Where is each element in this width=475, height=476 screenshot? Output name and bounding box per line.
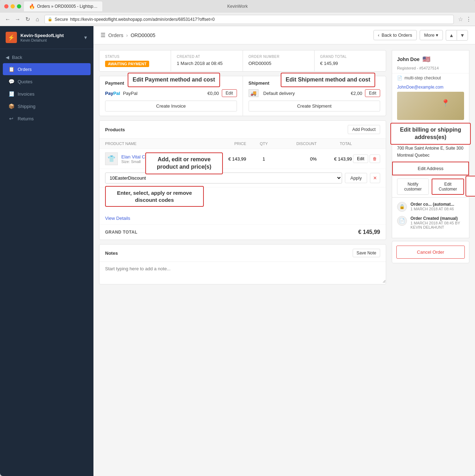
timeline-section: 🔒 Order co... (automat... 1 MARCH 2018 A… [392,197,469,238]
brand-chevron-icon[interactable]: ▼ [83,35,88,40]
timeline-auto-icon: 🔒 [397,202,407,212]
payment-title: Payment [105,80,237,86]
customer-id: Registered - #54727514 [392,66,469,73]
shipment-amount: €2,00 [351,91,363,96]
invoices-label: Invoices [18,91,35,97]
back-nav-button[interactable]: ← [4,15,12,24]
minimize-button[interactable] [11,4,15,8]
edit-customer-button[interactable]: Edit Customer [432,179,464,195]
browser-tab[interactable]: 🔥 Orders » ORD00005 - Lightsp… [24,1,102,11]
maximize-button[interactable] [17,4,21,8]
checkout-type-label: multi-step checkout [404,76,441,80]
sidebar-item-quotes[interactable]: 💬 Quotes [3,76,91,88]
back-arrow-icon: ◀ [6,55,9,60]
product-thumbnail: 👕 [105,152,118,165]
order-number-label: ORDER NUMBER [249,55,309,59]
timeline-time-1: 1 MARCH 2018 AT 08:46 [410,207,454,211]
delivery-icon: 🚚 [249,89,258,97]
notify-customer-button[interactable]: Notify customer [397,179,429,195]
titlebar: 🔥 Orders » ORD00005 - Lightsp… KevinWork [0,0,475,13]
cancel-order-button[interactable]: Cancel Order [396,246,465,259]
grand-total-status-value: € 145,99 [320,61,380,66]
more-button[interactable]: More ▾ [420,30,443,40]
product-delete-button[interactable]: 🗑 [370,155,380,163]
page-content: STATUS AWAITING PAYMENT CREATED AT 1 Mar… [93,44,475,290]
timeline-title-2: Order Created (manual) [410,216,464,221]
shipment-section: Shipment 🚚 Default delivery €2,00 Edit C… [243,76,386,116]
customer-map: 📍 [397,92,464,120]
product-price: € 143,99 [211,156,246,162]
sidebar-item-returns[interactable]: ↩ Returns [3,113,91,125]
timeline-content-1: Order co... (automat... 1 MARCH 2018 AT … [410,202,454,211]
order-number-section: ORDER NUMBER ORD00005 [243,50,315,71]
product-table: Product name Price Qty Discount Total [99,139,386,240]
product-action-buttons: Edit 🗑 [352,155,380,163]
brand-name: Kevin-SpeedofLight [20,33,64,38]
shipment-method: Default delivery [263,91,295,96]
next-order-button[interactable]: ▼ [457,30,468,41]
refresh-button[interactable]: ↻ [23,15,32,24]
orders-icon: 📋 [8,66,14,72]
back-to-orders-button[interactable]: ‹ Back to Orders [373,30,417,40]
back-chevron-icon: ‹ [378,32,379,38]
remove-discount-button[interactable]: ✕ [370,173,380,183]
sidebar-item-orders[interactable]: 📋 Orders [3,63,91,75]
pay-ship-section: Edit Payment method and cost Edit Shipme… [99,76,386,116]
tab-title: Orders » ORD00005 - Lightsp… [37,4,97,9]
notes-input[interactable] [99,262,386,283]
edit-address-button[interactable]: Edit Address [392,162,469,175]
products-title: Products [105,127,125,132]
sidebar-item-shipping[interactable]: 📦 Shipping [3,100,91,112]
view-details-link[interactable]: View Details [105,216,130,221]
col-header-discount: Discount [281,141,317,146]
timeline-time-2: 1 MARCH 2018 AT 08:45 BY KEVIN DELAHUNT [410,221,464,229]
browser-menu-icon[interactable]: ⋮ [466,16,471,23]
customer-email-link[interactable]: JohnDoe@example.com [392,83,469,92]
apply-discount-button[interactable]: Apply [345,173,367,183]
shipment-edit-button[interactable]: Edit [365,89,380,97]
status-label: STATUS [105,55,165,59]
close-button[interactable] [4,4,8,8]
orders-label: Orders [18,67,32,72]
prev-order-button[interactable]: ▲ [446,30,457,41]
flag-icon: 🇺🇸 [422,55,430,63]
tab-icon: 🔥 [29,4,35,9]
nav-buttons: ← → ↻ ⌂ [4,15,42,24]
address-title: Billing address and shipping address [397,126,464,130]
create-shipment-button[interactable]: Create Shipment [249,101,380,112]
status-bar: STATUS AWAITING PAYMENT CREATED AT 1 Mar… [99,50,386,72]
window-title: KevinWork [227,4,248,9]
address-bar[interactable]: 🔒 Secure https://kevin-speedoflight.webs… [44,15,454,24]
paypal-logo: PayPal [105,91,120,96]
save-note-button[interactable]: Save Note [353,249,380,257]
status-section: STATUS AWAITING PAYMENT [99,50,171,71]
brand-info: Kevin-SpeedofLight Kevin Delahunt [20,33,64,42]
created-section: CREATED AT 1 March 2018 at 08:45 [171,50,243,71]
bookmark-icon[interactable]: ☆ [458,16,463,23]
product-table-header: Product name Price Qty Discount Total [99,139,386,149]
product-name-link[interactable]: Elan Vital Clothing Company Tshirt [121,154,192,159]
breadcrumb-current: ORD00005 [130,32,155,38]
breadcrumb-orders-link[interactable]: Orders [108,32,123,38]
traffic-lights [4,4,21,8]
topbar: ☰ Orders › ORD00005 ‹ Back to Orders Mor… [93,26,475,44]
discount-code-select[interactable]: 10EasterDiscount [105,173,342,183]
breadcrumb: ☰ Orders › ORD00005 [101,32,156,38]
add-product-button[interactable]: Add Product [348,125,380,134]
notes-section: Notes Save Note [99,244,386,284]
back-nav-item[interactable]: ◀ Back [0,52,93,63]
timeline-item-2: 📄 Order Created (manual) 1 MARCH 2018 AT… [397,216,464,229]
sidebar-item-invoices[interactable]: 🧾 Invoices [3,88,91,100]
col-header-price: Price [211,141,246,146]
forward-nav-button[interactable]: → [13,15,22,24]
returns-icon: ↩ [8,116,14,121]
payment-method: PayPal [123,91,138,96]
brand-user: Kevin Delahunt [20,38,64,42]
create-invoice-button[interactable]: Create Invoice [105,101,237,112]
payment-edit-button[interactable]: Edit [222,89,237,97]
more-chevron-icon: ▾ [436,32,438,38]
product-discount: 0% [281,156,317,162]
product-edit-button[interactable]: Edit [353,155,368,163]
order-nav-arrows: ▲ ▼ [446,30,468,41]
home-button[interactable]: ⌂ [33,15,42,24]
